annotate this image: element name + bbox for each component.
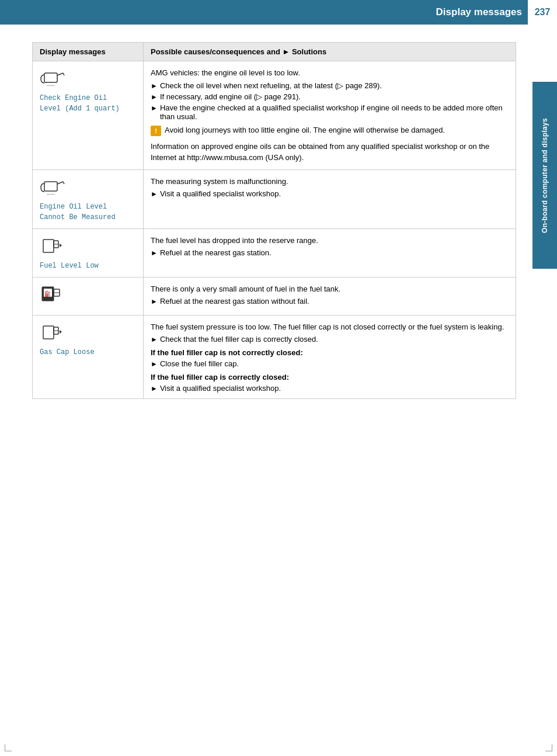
side-tab-label: On-board computer and displays	[541, 117, 549, 233]
causes-cell-fuel-level-low: The fuel level has dropped into the rese…	[144, 228, 516, 277]
bullet-item: ► Close the fuel filler cap.	[151, 359, 509, 368]
cause-text: There is only a very small amount of fue…	[151, 283, 509, 295]
main-content: Display messages Possible causes/consequ…	[0, 25, 557, 411]
bullet-text: Have the engine checked at a qualified s…	[160, 103, 509, 121]
col-header-display: Display messages	[33, 43, 144, 61]
arrow-icon: ►	[151, 82, 158, 90]
warning-icon: !	[151, 126, 161, 136]
bullet-item: ► Check the oil level when next refuelin…	[151, 81, 509, 90]
header-bar: Display messages 237	[0, 0, 557, 25]
svg-line-2	[63, 73, 64, 75]
section-header-not-closed: If the fuel filler cap is not correctly …	[151, 348, 509, 357]
display-cell-fuel-level-low: Fuel Level Low	[33, 228, 144, 277]
bullet-text: Visit a qualified specialist workshop.	[160, 189, 281, 198]
bullet-text: Check the oil level when next refueling,…	[160, 81, 382, 90]
svg-text:⛽: ⛽	[44, 290, 51, 297]
bullet-text: If necessary, add engine oil (▷ page 291…	[160, 92, 301, 101]
svg-text:~~~: ~~~	[47, 192, 55, 197]
display-cell-gas-cap-loose: Gas Cap Loose	[33, 315, 144, 399]
arrow-icon: ►	[151, 104, 158, 112]
bullet-text: Check that the fuel filler cap is correc…	[160, 335, 318, 344]
bullet-item: ► If necessary, add engine oil (▷ page 2…	[151, 92, 509, 101]
corner-mark-br	[545, 744, 552, 751]
svg-rect-8	[43, 240, 54, 252]
bullet-item: ► Have the engine checked at a qualified…	[151, 103, 509, 121]
fuel-low-icon	[40, 235, 68, 257]
svg-rect-17	[43, 326, 54, 339]
arrow-icon: ►	[151, 297, 158, 306]
icon-area: ⛽	[40, 283, 136, 306]
causes-cell-fuel-very-low: There is only a very small amount of fue…	[144, 277, 516, 315]
table-row: Gas Cap Loose The fuel system pressure i…	[33, 315, 516, 399]
causes-cell-check-engine-oil: AMG vehicles: the engine oil level is to…	[144, 61, 516, 170]
fuel-very-low-icon: ⛽	[40, 283, 68, 306]
arrow-icon: ►	[151, 190, 158, 198]
display-cell-fuel-very-low: ⛽	[33, 277, 144, 315]
display-messages-table: Display messages Possible causes/consequ…	[32, 42, 516, 399]
display-message-fuel-level-low: Fuel Level Low	[40, 261, 136, 271]
display-message-gas-cap-loose: Gas Cap Loose	[40, 347, 136, 358]
page-number: 237	[527, 0, 557, 25]
table-row: ~~~ Engine Oil LevelCannot Be Measured T…	[33, 169, 516, 228]
icon-area: ~~~	[40, 67, 136, 89]
table-header-row: Display messages Possible causes/consequ…	[33, 43, 516, 61]
bullet-item: ► Check that the fuel filler cap is corr…	[151, 335, 509, 344]
cause-text: The fuel level has dropped into the rese…	[151, 235, 509, 247]
display-message-engine-oil-measure: Engine Oil LevelCannot Be Measured	[40, 202, 136, 223]
svg-line-1	[57, 73, 63, 75]
table-row: Fuel Level Low The fuel level has droppe…	[33, 228, 516, 277]
causes-cell-gas-cap-loose: The fuel system pressure is too low. The…	[144, 315, 516, 399]
display-cell-check-engine-oil: ~~~ Check Engine OilLevel (Add 1 quart)	[33, 61, 144, 170]
bullet-item: ► Refuel at the nearest gas station.	[151, 248, 509, 257]
bullet-text: Visit a qualified specialist workshop.	[160, 384, 281, 393]
table-row: ~~~ Check Engine OilLevel (Add 1 quart) …	[33, 61, 516, 170]
arrow-icon: ►	[151, 93, 158, 101]
gas-cap-icon	[40, 321, 68, 344]
bullet-item: ► Refuel at the nearest gas station with…	[151, 297, 509, 306]
svg-line-6	[63, 182, 64, 184]
svg-marker-20	[60, 330, 62, 334]
icon-area	[40, 321, 136, 344]
cause-text: The measuring system is malfunctioning.	[151, 176, 509, 188]
bullet-text: Close the fuel filler cap.	[160, 359, 239, 368]
corner-mark-bl	[5, 744, 12, 751]
icon-area: ~~~	[40, 176, 136, 198]
engine-oil-icon: ~~~	[40, 67, 68, 89]
display-message-check-engine-oil: Check Engine OilLevel (Add 1 quart)	[40, 93, 136, 114]
bullet-text: Refuel at the nearest gas station.	[160, 248, 271, 257]
arrow-icon: ►	[151, 249, 158, 257]
svg-text:~~~: ~~~	[47, 83, 55, 88]
cause-text: AMG vehicles: the engine oil level is to…	[151, 67, 509, 79]
col-header-causes: Possible causes/consequences and ► Solut…	[144, 43, 516, 61]
arrow-icon: ►	[151, 360, 158, 368]
warning-text: Avoid long journeys with too little engi…	[165, 126, 445, 134]
svg-rect-4	[44, 182, 57, 191]
side-tab: On-board computer and displays	[532, 82, 557, 269]
table-row: ⛽ There is only a very small amount of f…	[33, 277, 516, 315]
display-cell-engine-oil-measure: ~~~ Engine Oil LevelCannot Be Measured	[33, 169, 144, 228]
bullet-item: ► Visit a qualified specialist workshop.	[151, 189, 509, 198]
engine-oil-measure-icon: ~~~	[40, 176, 68, 198]
arrow-icon: ►	[151, 335, 158, 344]
header-title: Display messages	[436, 6, 522, 18]
arrow-icon: ►	[151, 384, 158, 393]
cause-text: The fuel system pressure is too low. The…	[151, 321, 509, 333]
svg-rect-0	[44, 73, 57, 82]
bullet-text: Refuel at the nearest gas station withou…	[160, 297, 309, 306]
bullet-item: ► Visit a qualified specialist workshop.	[151, 384, 509, 393]
section-header-correctly-closed: If the fuel filler cap is correctly clos…	[151, 373, 509, 382]
warning-note: ! Avoid long journeys with too little en…	[151, 126, 509, 136]
svg-marker-11	[60, 244, 62, 247]
icon-area	[40, 235, 136, 257]
causes-cell-engine-oil-measure: The measuring system is malfunctioning. …	[144, 169, 516, 228]
info-text: Information on approved engine oils can …	[151, 141, 509, 164]
svg-line-5	[57, 182, 63, 184]
